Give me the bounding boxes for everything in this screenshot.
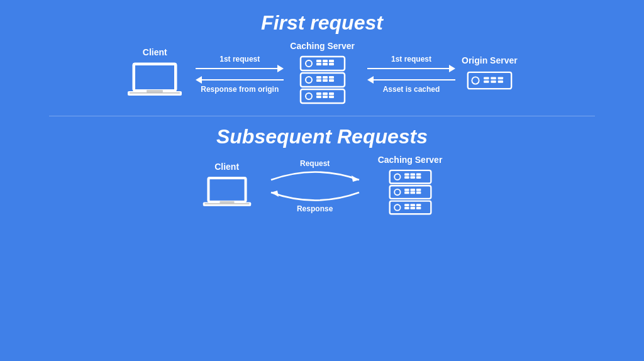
svg-rect-49 (404, 176, 409, 179)
svg-rect-19 (323, 79, 328, 82)
caching-server-label-first: Caching Server (290, 41, 355, 51)
svg-point-30 (472, 77, 479, 84)
svg-rect-17 (329, 76, 334, 79)
arrow-right-line2 (367, 65, 455, 72)
origin-server-icon (466, 68, 513, 93)
svg-rect-3 (147, 90, 163, 92)
svg-rect-18 (316, 79, 321, 82)
arrow-left-line2 (367, 76, 455, 84)
svg-rect-59 (416, 192, 421, 194)
response-label: Response (265, 204, 365, 213)
client-label-first: Client (143, 47, 167, 57)
svg-rect-55 (410, 189, 415, 191)
first-request-title: First request (261, 11, 383, 35)
svg-point-6 (306, 60, 312, 67)
svg-rect-15 (316, 76, 321, 79)
arrow-right-line1 (196, 65, 284, 72)
svg-rect-26 (316, 96, 321, 98)
curved-arrows-subsequent: Request Response (265, 158, 365, 214)
arrowhead-right1 (277, 65, 284, 72)
client-node-first: Client (126, 47, 183, 101)
caching-server-icon-subsequent (387, 167, 434, 218)
svg-rect-38 (209, 179, 244, 201)
origin-server-node: Origin Server (462, 55, 518, 93)
caching-server-node-first: Caching Server (290, 41, 355, 107)
arrows-client-caching: 1st request Response from origin (189, 55, 290, 94)
client-label-subsequent: Client (214, 162, 239, 172)
subsequent-requests-diagram: Client Request (19, 155, 625, 218)
svg-rect-4 (130, 92, 180, 94)
svg-rect-50 (410, 176, 415, 179)
svg-rect-12 (329, 63, 334, 65)
svg-rect-1 (135, 65, 174, 89)
first-request-label-2: 1st request (391, 55, 431, 64)
arrow-asset-cached: Asset is cached (367, 76, 455, 94)
svg-marker-42 (352, 175, 359, 182)
svg-point-45 (394, 174, 400, 179)
svg-rect-32 (491, 77, 496, 79)
client-node-subsequent: Client (202, 162, 252, 211)
asset-is-cached-label: Asset is cached (383, 85, 440, 94)
svg-rect-46 (404, 174, 409, 176)
arrowhead-right2 (449, 65, 455, 72)
svg-rect-36 (497, 81, 502, 83)
arrowhead-left1 (196, 76, 202, 84)
svg-rect-40 (219, 201, 234, 204)
svg-rect-51 (416, 176, 421, 179)
arrows-caching-origin: 1st request Asset is cached (361, 55, 462, 94)
laptop-icon-subsequent (202, 174, 252, 211)
svg-rect-34 (484, 81, 489, 83)
svg-rect-8 (323, 60, 328, 62)
svg-rect-48 (416, 174, 421, 176)
svg-rect-11 (323, 63, 328, 65)
svg-rect-29 (468, 72, 511, 88)
svg-rect-16 (323, 76, 328, 79)
section-divider (49, 116, 595, 116)
svg-rect-25 (329, 92, 334, 95)
caching-server-icon-first (297, 53, 348, 107)
svg-rect-20 (329, 79, 334, 82)
svg-rect-66 (410, 207, 415, 209)
arrow-response-origin: Response from origin (196, 76, 284, 94)
first-request-label: 1st request (219, 55, 260, 64)
svg-rect-23 (316, 92, 321, 95)
svg-rect-24 (323, 92, 328, 95)
arrowhead-left2 (367, 76, 374, 84)
svg-rect-56 (416, 189, 421, 191)
svg-rect-65 (404, 207, 409, 209)
main-container: First request Client (0, 0, 644, 361)
arrow-left-line1 (196, 76, 284, 84)
response-from-origin-label: Response from origin (201, 85, 279, 94)
svg-point-14 (306, 77, 312, 83)
subsequent-requests-section: Subsequent Requests Client Request (19, 125, 625, 218)
arrow-first-request: 1st request (196, 55, 284, 72)
svg-rect-62 (404, 204, 409, 206)
svg-rect-10 (316, 63, 321, 65)
caching-server-node-subsequent: Caching Server (378, 155, 443, 218)
svg-rect-27 (323, 96, 328, 98)
svg-rect-41 (204, 203, 249, 204)
caching-server-label-subsequent: Caching Server (378, 155, 443, 165)
svg-rect-57 (404, 192, 409, 194)
svg-rect-31 (484, 77, 489, 79)
svg-rect-35 (491, 81, 496, 83)
svg-marker-43 (271, 191, 279, 197)
svg-point-53 (394, 189, 400, 195)
laptop-icon-first (126, 60, 183, 101)
svg-rect-33 (497, 77, 502, 79)
svg-rect-7 (316, 60, 321, 62)
arrow-first-request-2: 1st request (367, 55, 455, 72)
first-request-section: First request Client (19, 11, 625, 107)
svg-rect-47 (410, 174, 415, 176)
subsequent-requests-title: Subsequent Requests (216, 125, 428, 148)
svg-rect-9 (329, 60, 334, 62)
svg-rect-63 (410, 204, 415, 206)
svg-rect-58 (410, 192, 415, 194)
origin-server-label: Origin Server (462, 55, 518, 65)
svg-point-22 (306, 93, 312, 99)
svg-rect-28 (329, 96, 334, 98)
first-request-diagram: Client 1st request (19, 41, 625, 107)
svg-rect-64 (416, 204, 421, 206)
svg-rect-67 (416, 207, 421, 209)
svg-point-61 (394, 204, 400, 210)
